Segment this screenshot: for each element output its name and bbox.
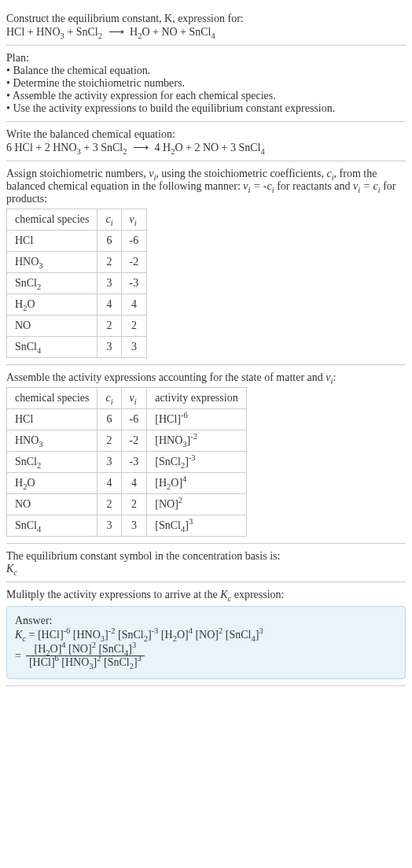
plan-item-3: • Use the activity expressions to build … bbox=[6, 102, 406, 115]
table-row: NO22 bbox=[7, 316, 147, 337]
activity-section: Assemble the activity expressions accoun… bbox=[6, 365, 406, 544]
table-row: HNO32-2[HNO3]-2 bbox=[7, 430, 247, 452]
plan-title: Plan: bbox=[6, 52, 406, 65]
balanced-section: Write the balanced chemical equation: 6 … bbox=[6, 122, 406, 161]
balanced-title: Write the balanced chemical equation: bbox=[6, 128, 406, 141]
symbol-line1: The equilibrium constant symbol in the c… bbox=[6, 550, 406, 563]
col-species: chemical species bbox=[7, 209, 97, 231]
fraction-numerator: [H2O]4 [NO]2 [SnCl4]3 bbox=[26, 643, 145, 656]
intro-text: Construct the equilibrium constant, K, e… bbox=[6, 13, 244, 24]
table-header-row: chemical species ci νi activity expressi… bbox=[7, 388, 247, 409]
table-header-row: chemical species ci νi bbox=[7, 209, 147, 231]
symbol-kc: Kc bbox=[6, 563, 406, 575]
final-title: Mulitply the activity expressions to arr… bbox=[6, 589, 406, 601]
plan-item-1: • Determine the stoichiometric numbers. bbox=[6, 77, 406, 90]
answer-label: Answer: bbox=[15, 615, 397, 627]
col-ci: ci bbox=[97, 209, 121, 231]
answer-box: Answer: Kc = [HCl]-6 [HNO3]-2 [SnCl2]-3 … bbox=[6, 606, 406, 679]
table-row: HNO32-2 bbox=[7, 252, 147, 273]
balanced-equation: 6 HCl + 2 HNO3 + 3 SnCl2 ⟶ 4 H2O + 2 NO … bbox=[6, 141, 406, 154]
table-row: SnCl23-3[SnCl2]-3 bbox=[7, 452, 247, 473]
fraction-denominator: [HCl]6 [HNO3]2 [SnCl2]3 bbox=[26, 656, 145, 669]
table-row: NO22[NO]2 bbox=[7, 494, 247, 515]
stoich-text: Assign stoichiometric numbers, νi, using… bbox=[6, 168, 406, 205]
table-row: HCl6-6[HCl]-6 bbox=[7, 409, 247, 430]
col-vi: νi bbox=[121, 209, 147, 231]
table-row: SnCl23-3 bbox=[7, 273, 147, 294]
intro-section: Construct the equilibrium constant, K, e… bbox=[6, 6, 406, 46]
intro-equation: HCl + HNO3 + SnCl2 ⟶ H2O + NO + SnCl4 bbox=[6, 25, 406, 39]
answer-eq-line2: = [H2O]4 [NO]2 [SnCl4]3 [HCl]6 [HNO3]2 [… bbox=[15, 643, 397, 669]
intro-line1: Construct the equilibrium constant, K, e… bbox=[6, 13, 406, 25]
activity-title: Assemble the activity expressions accoun… bbox=[6, 371, 406, 384]
table-row: HCl6-6 bbox=[7, 231, 147, 252]
table-row: H2O44 bbox=[7, 294, 147, 316]
answer-eq-line1: Kc = [HCl]-6 [HNO3]-2 [SnCl2]-3 [H2O]4 [… bbox=[15, 629, 397, 641]
plan-item-2: • Assemble the activity expression for e… bbox=[6, 90, 406, 102]
table-row: SnCl433[SnCl4]3 bbox=[7, 515, 247, 537]
final-section: Mulitply the activity expressions to arr… bbox=[6, 582, 406, 686]
activity-table: chemical species ci νi activity expressi… bbox=[6, 387, 247, 537]
fraction: [H2O]4 [NO]2 [SnCl4]3 [HCl]6 [HNO3]2 [Sn… bbox=[26, 643, 145, 669]
stoich-section: Assign stoichiometric numbers, νi, using… bbox=[6, 161, 406, 365]
plan-section: Plan: • Balance the chemical equation. •… bbox=[6, 46, 406, 122]
table-row: H2O44[H2O]4 bbox=[7, 473, 247, 494]
table-row: SnCl433 bbox=[7, 337, 147, 358]
plan-item-0: • Balance the chemical equation. bbox=[6, 65, 406, 77]
symbol-section: The equilibrium constant symbol in the c… bbox=[6, 544, 406, 582]
stoich-table: chemical species ci νi HCl6-6 HNO32-2 Sn… bbox=[6, 209, 147, 358]
